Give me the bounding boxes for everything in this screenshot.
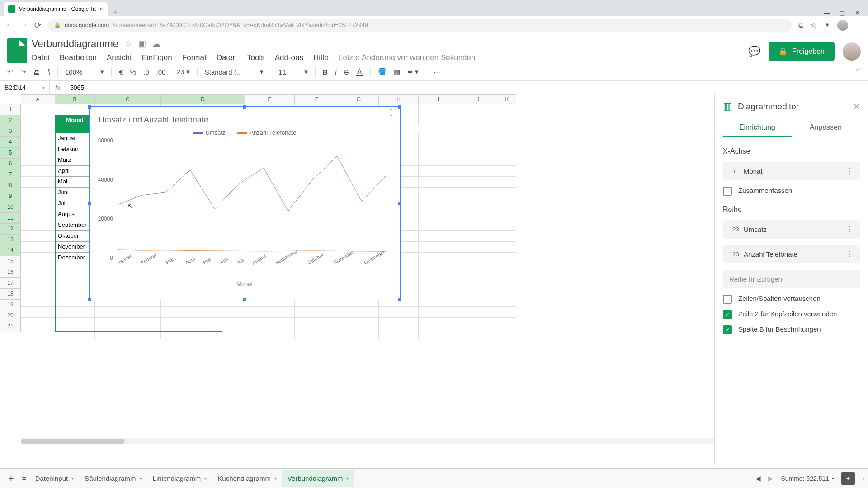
redo-icon[interactable]: ↷	[20, 68, 26, 76]
cell[interactable]	[458, 104, 498, 115]
sheet-tab[interactable]: Säulendiagramm▾	[79, 470, 147, 487]
column-header[interactable]: C	[95, 94, 161, 104]
cell[interactable]	[458, 242, 498, 253]
cell[interactable]	[458, 231, 498, 242]
back-icon[interactable]: ←	[5, 20, 14, 30]
cell[interactable]	[295, 328, 339, 339]
cell[interactable]	[95, 307, 161, 318]
row-header[interactable]: 6	[0, 159, 21, 169]
column-header[interactable]: I	[419, 94, 458, 104]
cell[interactable]	[161, 328, 245, 339]
cell[interactable]	[21, 209, 55, 220]
row-header[interactable]: 14	[0, 245, 21, 256]
tab-customize[interactable]: Anpassen	[792, 119, 860, 137]
minimize-icon[interactable]: —	[824, 9, 830, 16]
cell[interactable]	[21, 263, 55, 274]
extensions-icon[interactable]: ✦	[824, 21, 830, 29]
cell[interactable]	[498, 188, 516, 198]
cell[interactable]	[21, 144, 55, 155]
menu-datei[interactable]: Datei	[32, 53, 50, 62]
cell[interactable]	[498, 328, 516, 339]
strikethrough-button[interactable]: S	[344, 68, 349, 76]
all-sheets-button[interactable]: ≡	[22, 474, 26, 482]
cell[interactable]	[498, 296, 516, 307]
cell[interactable]	[498, 177, 516, 188]
close-icon[interactable]: ×	[99, 5, 103, 13]
cell[interactable]	[498, 144, 516, 155]
star-icon[interactable]: ☆	[125, 39, 132, 49]
cell[interactable]	[21, 133, 55, 144]
embedded-chart[interactable]: ⋮ Umsatz und Anzahl Telefonate Umsatz An…	[89, 106, 401, 300]
cloud-icon[interactable]: ☁	[152, 39, 160, 49]
cell[interactable]	[458, 263, 498, 274]
sheets-logo-icon[interactable]	[7, 38, 27, 63]
row-header[interactable]: 2	[0, 115, 21, 126]
menu-ansicht[interactable]: Ansicht	[107, 53, 132, 62]
cell[interactable]	[21, 285, 55, 296]
row-header[interactable]: 7	[0, 169, 21, 180]
row-header[interactable]: 10	[0, 202, 21, 213]
cell[interactable]	[55, 328, 95, 339]
name-box[interactable]: B2:D14▾	[0, 81, 50, 94]
text-color-button[interactable]: A	[356, 67, 363, 76]
sheet-tab[interactable]: Dateninput▾	[30, 470, 80, 487]
reload-icon[interactable]: ⟳	[34, 20, 41, 30]
move-icon[interactable]: ▣	[138, 39, 146, 49]
close-editor-icon[interactable]: ✕	[853, 102, 860, 112]
chrome-menu-icon[interactable]: ⋮	[855, 21, 863, 29]
checkbox-unchecked-icon[interactable]	[723, 187, 732, 196]
aggregate-checkbox-row[interactable]: Zusammenfassen	[723, 187, 860, 196]
font-size-select[interactable]: 11▾	[278, 68, 308, 76]
cell[interactable]	[21, 220, 55, 231]
cell[interactable]	[419, 253, 458, 263]
cell[interactable]	[458, 198, 498, 209]
cell[interactable]	[458, 307, 498, 318]
cell[interactable]	[498, 242, 516, 253]
cell[interactable]	[419, 307, 458, 318]
tab-setup[interactable]: Einrichtung	[723, 119, 792, 137]
row-header[interactable]: 20	[0, 310, 21, 321]
cell[interactable]	[21, 253, 55, 263]
menu-tools[interactable]: Tools	[247, 53, 265, 62]
cell[interactable]	[419, 231, 458, 242]
menu-format[interactable]: Format	[182, 53, 207, 62]
formula-value[interactable]: 5065	[66, 84, 89, 91]
cell[interactable]	[21, 274, 55, 285]
cell[interactable]	[55, 318, 95, 328]
row-header[interactable]: 21	[0, 321, 21, 332]
cell[interactable]	[161, 307, 245, 318]
more-toolbar-icon[interactable]: ⋯	[434, 68, 440, 76]
cell[interactable]	[21, 115, 55, 126]
cell[interactable]	[498, 133, 516, 144]
cell[interactable]	[458, 318, 498, 328]
bookmark-icon[interactable]: ☆	[811, 21, 817, 29]
close-window-icon[interactable]: ✕	[855, 9, 860, 16]
cell[interactable]	[21, 198, 55, 209]
column-header[interactable]: B	[55, 94, 95, 104]
cell[interactable]	[458, 177, 498, 188]
column-header[interactable]: K	[498, 94, 516, 104]
cell[interactable]	[295, 307, 339, 318]
last-edit-link[interactable]: Letzte Änderung vor wenigen Sekunden	[339, 53, 475, 62]
row-header[interactable]: 18	[0, 289, 21, 300]
cell[interactable]	[21, 242, 55, 253]
cell[interactable]	[21, 307, 55, 318]
cell[interactable]	[498, 231, 516, 242]
cell[interactable]	[498, 307, 516, 318]
cell[interactable]	[21, 177, 55, 188]
cell[interactable]	[161, 318, 245, 328]
cell[interactable]	[419, 166, 458, 177]
scroll-tabs-left-icon[interactable]: ◀	[755, 474, 761, 483]
add-sheet-button[interactable]: +	[4, 473, 19, 484]
sheet-tab[interactable]: Kuchendiagramm▾	[212, 470, 282, 487]
cell[interactable]	[498, 209, 516, 220]
cell[interactable]	[419, 263, 458, 274]
merge-cells-icon[interactable]: ⬌ ▾	[407, 68, 419, 76]
row-header[interactable]: 19	[0, 300, 21, 310]
cell[interactable]	[95, 318, 161, 328]
column-header[interactable]: F	[295, 94, 339, 104]
share-chrome-icon[interactable]: ⧉	[798, 21, 803, 29]
cell[interactable]	[419, 115, 458, 126]
row-header[interactable]: 15	[0, 256, 21, 267]
zoom-select[interactable]: 100%▾	[65, 68, 104, 76]
